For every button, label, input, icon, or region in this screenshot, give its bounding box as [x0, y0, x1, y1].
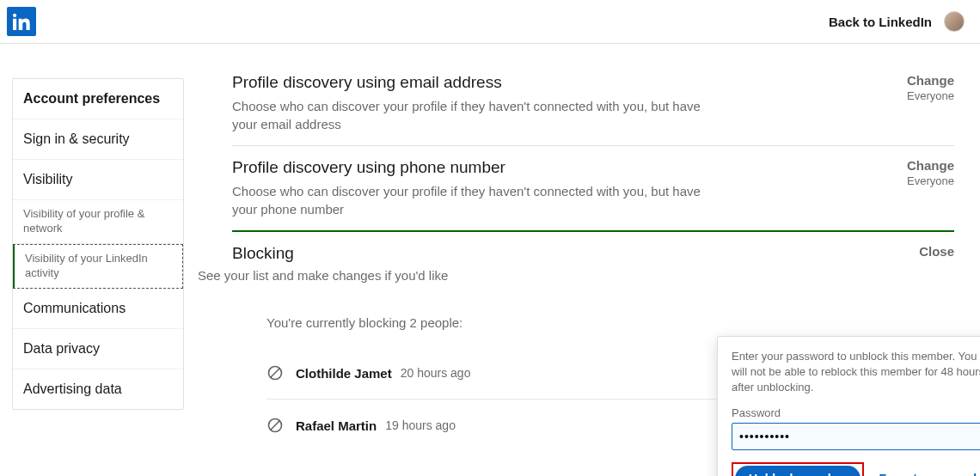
password-label: Password	[732, 406, 980, 419]
block-icon	[266, 417, 284, 434]
block-icon	[266, 364, 284, 381]
linkedin-icon	[13, 13, 30, 30]
unblock-popup: ✕ Enter your password to unblock this me…	[717, 336, 980, 476]
blocked-name: Rafael Martin	[296, 418, 377, 433]
blocked-time: 20 hours ago	[401, 366, 471, 380]
sidebar-item-account-preferences[interactable]: Account preferences	[13, 79, 183, 119]
close-button-blocking[interactable]: Close	[919, 244, 954, 259]
change-button-phone[interactable]: Change	[907, 158, 954, 173]
svg-line-3	[271, 421, 279, 430]
popup-text: Enter your password to unblock this memb…	[732, 349, 980, 396]
change-button-email[interactable]: Change	[907, 73, 954, 88]
linkedin-logo[interactable]	[7, 7, 36, 36]
blocking-status: You're currently blocking 2 people:	[266, 315, 954, 330]
section-desc-phone: Choose who can discover your profile if …	[232, 182, 714, 218]
blocking-desc: See your list and make changes if you'd …	[198, 268, 954, 283]
value-phone: Everyone	[907, 174, 954, 187]
forgot-password-link[interactable]: Forgot password	[879, 472, 977, 476]
sidebar-sub-visibility-profile[interactable]: Visibility of your profile & network	[13, 200, 183, 244]
unblock-member-button[interactable]: Unblock member	[735, 466, 861, 476]
svg-line-1	[271, 369, 279, 377]
section-title-blocking: Blocking	[232, 244, 954, 263]
blocked-time: 19 hours ago	[385, 418, 456, 432]
sidebar-item-sign-in-security[interactable]: Sign in & security	[13, 119, 183, 160]
section-desc-email: Choose who can discover your profile if …	[232, 97, 714, 133]
section-title-phone: Profile discovery using phone number	[232, 158, 954, 177]
blocked-name: Clothilde Jamet	[296, 366, 392, 381]
section-title-email: Profile discovery using email address	[232, 73, 954, 92]
back-to-linkedin-link[interactable]: Back to LinkedIn	[829, 15, 932, 29]
sidebar-item-data-privacy[interactable]: Data privacy	[13, 329, 183, 369]
sidebar-item-advertising-data[interactable]: Advertising data	[13, 369, 183, 409]
value-email: Everyone	[907, 89, 954, 102]
avatar[interactable]	[944, 11, 965, 32]
sidebar-sub-visibility-activity[interactable]: Visibility of your LinkedIn activity	[13, 244, 183, 289]
password-input[interactable]	[732, 423, 980, 450]
sidebar-item-communications[interactable]: Communications	[13, 289, 183, 329]
sidebar-item-visibility[interactable]: Visibility	[13, 160, 183, 200]
